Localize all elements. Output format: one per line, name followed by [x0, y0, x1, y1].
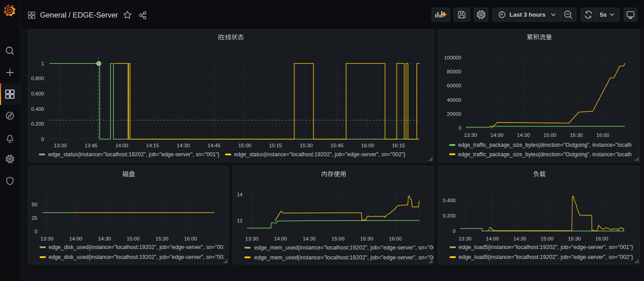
svg-text:16:00: 16:00 [389, 236, 402, 241]
svg-text:13:30: 13:30 [464, 132, 477, 138]
svg-text:15:45: 15:45 [330, 143, 343, 148]
svg-text:16:00: 16:00 [184, 236, 197, 241]
svg-text:12: 12 [237, 218, 243, 223]
svg-text:edge_load5{instance="localhost: edge_load5{instance="localhost:19202", j… [459, 244, 633, 250]
svg-text:20000: 20000 [447, 111, 461, 117]
svg-text:14:45: 14:45 [207, 143, 221, 148]
svg-text:15:30: 15:30 [360, 236, 373, 241]
svg-text:40000: 40000 [447, 97, 461, 103]
svg-text:15:00: 15:00 [540, 236, 554, 241]
svg-text:14:15: 14:15 [146, 143, 159, 148]
svg-text:25: 25 [32, 215, 37, 221]
svg-text:14:00: 14:00 [115, 143, 128, 148]
svg-text:edge_mem_used{instance="localh: edge_mem_used{instance="localhost:19202"… [254, 245, 434, 251]
svg-text:edge_disk_used{instance="local: edge_disk_used{instance="localhost:19202… [49, 254, 226, 260]
svg-text:15:00: 15:00 [127, 236, 140, 241]
svg-text:14:30: 14:30 [513, 236, 526, 241]
svg-text:1: 1 [41, 61, 44, 66]
svg-text:15:15: 15:15 [269, 143, 282, 148]
svg-text:edge_traffic_package_size_byte: edge_traffic_package_size_bytes{directio… [458, 151, 631, 158]
svg-text:0: 0 [35, 229, 37, 234]
svg-text:100000: 100000 [444, 55, 461, 60]
svg-text:60000: 60000 [447, 83, 461, 88]
svg-text:16:00: 16:00 [361, 143, 374, 148]
svg-text:0: 0 [41, 136, 44, 142]
svg-text:15:00: 15:00 [332, 236, 345, 241]
svg-text:0.800: 0.800 [31, 76, 44, 81]
svg-text:15:00: 15:00 [543, 132, 556, 138]
svg-text:edge_status{instance="localhos: edge_status{instance="localhost:19202", … [234, 151, 405, 158]
svg-text:edge_load5{instance="localhost: edge_load5{instance="localhost:19202", j… [459, 254, 633, 260]
svg-text:edge_status{instance="localhos: edge_status{instance="localhost:19202", … [48, 151, 220, 158]
svg-text:14:00: 14:00 [486, 236, 499, 241]
svg-text:14:30: 14:30 [303, 236, 316, 241]
svg-text:0.400: 0.400 [443, 198, 456, 203]
svg-text:15:30: 15:30 [568, 236, 581, 241]
svg-text:14:30: 14:30 [98, 236, 111, 241]
svg-text:14: 14 [237, 192, 243, 197]
svg-text:13:30: 13:30 [245, 236, 258, 241]
svg-text:14:30: 14:30 [177, 143, 190, 148]
svg-text:16:00: 16:00 [596, 132, 609, 138]
svg-text:0.600: 0.600 [31, 91, 44, 96]
svg-text:15:30: 15:30 [300, 143, 313, 148]
svg-text:16:15: 16:15 [392, 143, 405, 148]
svg-text:0: 0 [453, 228, 455, 234]
svg-text:0.200: 0.200 [443, 213, 456, 218]
svg-text:0.200: 0.200 [31, 121, 44, 127]
svg-text:14:30: 14:30 [517, 132, 530, 138]
svg-text:14:00: 14:00 [274, 236, 287, 241]
svg-text:14:00: 14:00 [491, 132, 504, 138]
svg-text:edge_disk_used{instance="local: edge_disk_used{instance="localhost:19202… [49, 244, 226, 250]
svg-text:13:30: 13:30 [54, 143, 67, 148]
svg-text:edge_mem_used{instance="localh: edge_mem_used{instance="localhost:19202"… [254, 254, 434, 261]
svg-text:0.400: 0.400 [31, 106, 44, 112]
svg-text:13:30: 13:30 [459, 236, 472, 241]
svg-text:13:30: 13:30 [41, 236, 54, 241]
svg-text:15:30: 15:30 [155, 236, 168, 241]
svg-text:50: 50 [32, 202, 37, 207]
svg-text:15:00: 15:00 [238, 143, 251, 148]
svg-text:edge_traffic_package_size_byte: edge_traffic_package_size_bytes{directio… [458, 142, 631, 148]
svg-text:13:45: 13:45 [85, 143, 98, 148]
svg-text:14:00: 14:00 [69, 236, 82, 241]
svg-text:16:00: 16:00 [595, 236, 608, 241]
svg-text:80000: 80000 [447, 69, 461, 74]
svg-text:0: 0 [459, 125, 461, 131]
svg-text:15:30: 15:30 [570, 132, 583, 138]
